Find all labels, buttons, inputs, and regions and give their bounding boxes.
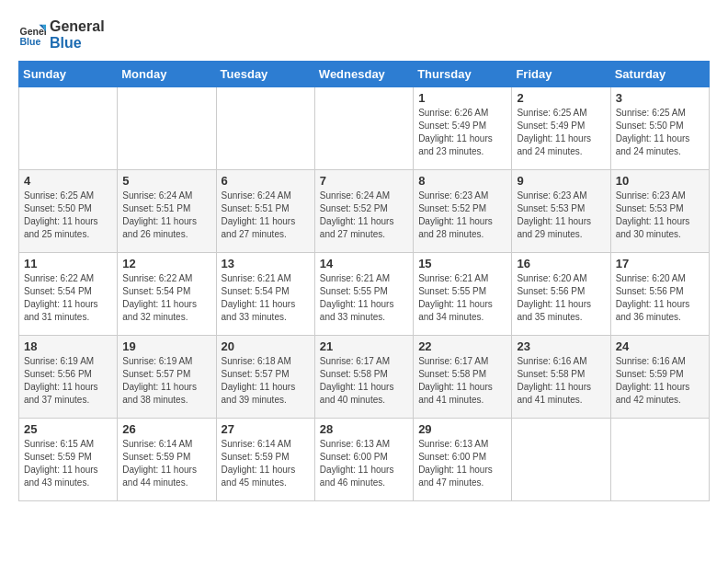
day-number: 4 [24,174,112,188]
day-info: Sunrise: 6:14 AM Sunset: 5:59 PM Dayligh… [122,438,210,489]
day-info: Sunrise: 6:19 AM Sunset: 5:56 PM Dayligh… [24,355,112,407]
calendar-cell [216,87,314,170]
day-info: Sunrise: 6:25 AM Sunset: 5:49 PM Dayligh… [517,107,605,158]
calendar-cell: 7Sunrise: 6:24 AM Sunset: 5:52 PM Daylig… [314,170,413,253]
calendar-cell: 20Sunrise: 6:18 AM Sunset: 5:57 PM Dayli… [216,336,314,419]
day-number: 28 [320,422,408,436]
day-info: Sunrise: 6:24 AM Sunset: 5:52 PM Dayligh… [320,190,408,241]
weekday-header-cell: Saturday [610,62,709,87]
day-info: Sunrise: 6:25 AM Sunset: 5:50 PM Dayligh… [616,107,704,158]
day-number: 15 [418,257,506,270]
calendar-cell: 28Sunrise: 6:13 AM Sunset: 6:00 PM Dayli… [314,419,413,501]
day-number: 16 [517,257,605,270]
calendar-cell: 8Sunrise: 6:23 AM Sunset: 5:52 PM Daylig… [414,170,512,253]
day-number: 29 [418,422,506,436]
calendar-cell: 1Sunrise: 6:26 AM Sunset: 5:49 PM Daylig… [414,87,512,170]
day-number: 2 [517,91,605,105]
day-number: 25 [24,422,112,436]
day-number: 22 [418,339,506,353]
day-number: 9 [517,174,605,188]
calendar-cell: 6Sunrise: 6:24 AM Sunset: 5:51 PM Daylig… [216,170,314,253]
calendar-cell: 18Sunrise: 6:19 AM Sunset: 5:56 PM Dayli… [19,336,118,419]
calendar-cell: 23Sunrise: 6:16 AM Sunset: 5:58 PM Dayli… [512,336,610,419]
day-number: 7 [320,174,408,188]
calendar-cell: 27Sunrise: 6:14 AM Sunset: 5:59 PM Dayli… [216,419,314,501]
day-number: 14 [320,257,408,270]
calendar-cell [512,419,610,501]
day-info: Sunrise: 6:21 AM Sunset: 5:55 PM Dayligh… [320,272,408,324]
calendar-cell: 2Sunrise: 6:25 AM Sunset: 5:49 PM Daylig… [512,87,610,170]
calendar-cell: 14Sunrise: 6:21 AM Sunset: 5:55 PM Dayli… [314,253,413,336]
logo-text-general: General [50,18,105,35]
calendar-cell [610,419,709,501]
day-info: Sunrise: 6:16 AM Sunset: 5:59 PM Dayligh… [616,355,704,407]
calendar-cell: 24Sunrise: 6:16 AM Sunset: 5:59 PM Dayli… [610,336,709,419]
day-info: Sunrise: 6:17 AM Sunset: 5:58 PM Dayligh… [320,355,408,407]
day-info: Sunrise: 6:20 AM Sunset: 5:56 PM Dayligh… [616,272,704,324]
calendar-cell: 4Sunrise: 6:25 AM Sunset: 5:50 PM Daylig… [19,170,118,253]
weekday-header-row: SundayMondayTuesdayWednesdayThursdayFrid… [19,62,710,87]
calendar-cell [19,87,118,170]
logo-icon: General Blue [18,21,46,49]
day-number: 5 [122,174,210,188]
day-info: Sunrise: 6:22 AM Sunset: 5:54 PM Dayligh… [122,272,210,324]
day-number: 8 [418,174,506,188]
weekday-header-cell: Monday [118,62,216,87]
day-info: Sunrise: 6:14 AM Sunset: 5:59 PM Dayligh… [222,438,310,489]
day-number: 24 [616,339,704,353]
logo-text-blue: Blue [50,35,105,52]
day-info: Sunrise: 6:22 AM Sunset: 5:54 PM Dayligh… [24,272,112,324]
day-info: Sunrise: 6:24 AM Sunset: 5:51 PM Dayligh… [222,190,310,241]
day-number: 10 [616,174,704,188]
day-number: 11 [24,257,112,270]
day-info: Sunrise: 6:23 AM Sunset: 5:52 PM Dayligh… [418,190,506,241]
calendar-cell: 15Sunrise: 6:21 AM Sunset: 5:55 PM Dayli… [414,253,512,336]
day-number: 3 [616,91,704,105]
calendar-cell: 25Sunrise: 6:15 AM Sunset: 5:59 PM Dayli… [19,419,118,501]
calendar-cell: 13Sunrise: 6:21 AM Sunset: 5:54 PM Dayli… [216,253,314,336]
day-number: 18 [24,339,112,353]
day-number: 6 [222,174,310,188]
day-info: Sunrise: 6:23 AM Sunset: 5:53 PM Dayligh… [616,190,704,241]
weekday-header-cell: Thursday [414,62,512,87]
day-info: Sunrise: 6:13 AM Sunset: 6:00 PM Dayligh… [418,438,506,489]
calendar-week-row: 18Sunrise: 6:19 AM Sunset: 5:56 PM Dayli… [19,336,710,419]
day-info: Sunrise: 6:16 AM Sunset: 5:58 PM Dayligh… [517,355,605,407]
calendar-cell [118,87,216,170]
day-number: 1 [418,91,506,105]
calendar-table: SundayMondayTuesdayWednesdayThursdayFrid… [18,61,710,501]
calendar-cell: 21Sunrise: 6:17 AM Sunset: 5:58 PM Dayli… [314,336,413,419]
day-number: 17 [616,257,704,270]
day-number: 21 [320,339,408,353]
weekday-header-cell: Sunday [19,62,118,87]
calendar-cell: 29Sunrise: 6:13 AM Sunset: 6:00 PM Dayli… [414,419,512,501]
calendar-cell: 17Sunrise: 6:20 AM Sunset: 5:56 PM Dayli… [610,253,709,336]
day-info: Sunrise: 6:21 AM Sunset: 5:54 PM Dayligh… [222,272,310,324]
calendar-week-row: 4Sunrise: 6:25 AM Sunset: 5:50 PM Daylig… [19,170,710,253]
logo: General Blue General Blue [18,18,105,52]
calendar-week-row: 25Sunrise: 6:15 AM Sunset: 5:59 PM Dayli… [19,419,710,501]
day-number: 13 [222,257,310,270]
day-info: Sunrise: 6:24 AM Sunset: 5:51 PM Dayligh… [122,190,210,241]
calendar-cell: 19Sunrise: 6:19 AM Sunset: 5:57 PM Dayli… [118,336,216,419]
weekday-header-cell: Tuesday [216,62,314,87]
calendar-body: 1Sunrise: 6:26 AM Sunset: 5:49 PM Daylig… [19,87,710,501]
day-info: Sunrise: 6:17 AM Sunset: 5:58 PM Dayligh… [418,355,506,407]
day-info: Sunrise: 6:25 AM Sunset: 5:50 PM Dayligh… [24,190,112,241]
weekday-header-cell: Wednesday [314,62,413,87]
calendar-week-row: 1Sunrise: 6:26 AM Sunset: 5:49 PM Daylig… [19,87,710,170]
day-number: 23 [517,339,605,353]
day-info: Sunrise: 6:19 AM Sunset: 5:57 PM Dayligh… [122,355,210,407]
page-header: General Blue General Blue [18,18,710,52]
day-info: Sunrise: 6:15 AM Sunset: 5:59 PM Dayligh… [24,438,112,489]
day-info: Sunrise: 6:26 AM Sunset: 5:49 PM Dayligh… [418,107,506,158]
day-info: Sunrise: 6:21 AM Sunset: 5:55 PM Dayligh… [418,272,506,324]
calendar-cell: 10Sunrise: 6:23 AM Sunset: 5:53 PM Dayli… [610,170,709,253]
day-number: 26 [122,422,210,436]
calendar-cell [314,87,413,170]
calendar-cell: 12Sunrise: 6:22 AM Sunset: 5:54 PM Dayli… [118,253,216,336]
day-info: Sunrise: 6:23 AM Sunset: 5:53 PM Dayligh… [517,190,605,241]
calendar-cell: 9Sunrise: 6:23 AM Sunset: 5:53 PM Daylig… [512,170,610,253]
calendar-week-row: 11Sunrise: 6:22 AM Sunset: 5:54 PM Dayli… [19,253,710,336]
weekday-header-cell: Friday [512,62,610,87]
